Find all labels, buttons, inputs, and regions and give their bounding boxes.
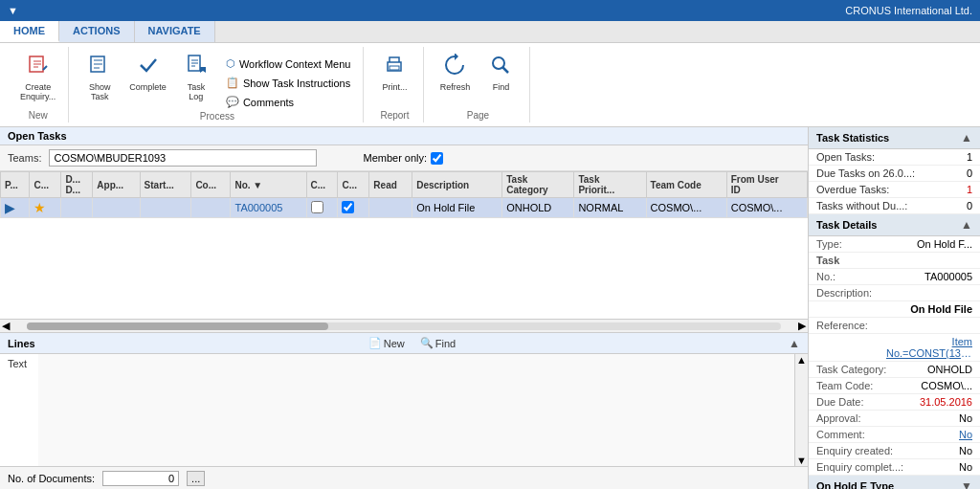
- row-from-user-cell: COSMO\...: [726, 198, 807, 218]
- lines-header: Lines 📄 New 🔍 Find ▲: [0, 333, 808, 354]
- detail-category-value: ONHOLD: [927, 364, 972, 375]
- refresh-button[interactable]: Refresh: [434, 51, 476, 95]
- find-button[interactable]: Find: [479, 51, 522, 95]
- lines-section: Lines 📄 New 🔍 Find ▲ Text: [0, 332, 808, 466]
- lines-title: Lines: [8, 338, 35, 349]
- h-scroll-right-arrow[interactable]: ▶: [796, 320, 808, 332]
- col-c1[interactable]: C...: [306, 172, 338, 198]
- tab-actions[interactable]: ACTIONS: [59, 21, 135, 42]
- row-no-link[interactable]: TA000005: [234, 202, 282, 213]
- detail-due-date-label: Due Date:: [816, 396, 864, 408]
- detail-enquiry-created-label: Enquiry created:: [816, 445, 893, 456]
- col-app[interactable]: App...: [93, 172, 140, 198]
- instructions-icon: 📋: [226, 77, 239, 89]
- col-from-user[interactable]: From UserID: [726, 172, 807, 198]
- detail-no-row: No.: TA000005: [809, 269, 980, 285]
- table-row[interactable]: ▶ ★ TA000005 On Hold File ONHOLD NORMAL: [1, 198, 808, 218]
- member-only-checkbox[interactable]: [431, 152, 443, 165]
- col-p[interactable]: P...: [1, 172, 30, 198]
- col-team-code[interactable]: Team Code: [646, 172, 726, 198]
- row-c2-checkbox[interactable]: [342, 201, 354, 213]
- tab-navigate[interactable]: NAVIGATE: [135, 21, 215, 42]
- col-c2[interactable]: C...: [338, 172, 369, 198]
- col-priority[interactable]: TaskPriorit...: [574, 172, 646, 198]
- create-enquiry-button[interactable]: CreateEnquiry...: [15, 51, 60, 104]
- detail-description-value-text: On Hold File: [910, 303, 972, 315]
- member-only-label: Member only:: [363, 152, 427, 164]
- row-star-cell: ★: [30, 198, 61, 218]
- lines-toolbar: 📄 New 🔍 Find: [365, 335, 459, 351]
- left-content: Open Tasks Teams: Member only: P... C...…: [0, 127, 808, 489]
- row-start-cell: [140, 198, 191, 218]
- h-scroll-left-arrow[interactable]: ◀: [0, 320, 11, 332]
- col-description[interactable]: Description: [412, 172, 502, 198]
- detail-comment-label: Comment:: [816, 429, 865, 440]
- ribbon-group-process: ShowTask Complete TaskLog ⬡ Workflow Con…: [71, 47, 364, 122]
- refresh-label: Refresh: [440, 82, 471, 92]
- h-scroll-thumb[interactable]: [27, 322, 328, 330]
- comments-icon: 💬: [226, 96, 239, 108]
- task-statistics-title: Task Statistics: [816, 132, 889, 144]
- task-details-header[interactable]: Task Details ▲: [809, 214, 980, 236]
- detail-approval-label: Approval:: [816, 412, 860, 424]
- col-no[interactable]: No. ▼: [231, 172, 306, 198]
- workflow-label: Workflow Context Menu: [239, 58, 351, 70]
- lines-scroll-up[interactable]: ▲: [795, 354, 808, 366]
- detail-description-label: Description:: [816, 287, 872, 299]
- row-c1-checkbox[interactable]: [311, 201, 323, 213]
- ribbon-group-report-label: Report: [380, 110, 409, 122]
- overdue-tasks-stat-value: 1: [967, 184, 972, 195]
- teams-input[interactable]: [49, 149, 317, 167]
- lines-text-area[interactable]: [38, 354, 794, 466]
- comments-label: Comments: [243, 97, 294, 108]
- tab-home[interactable]: HOME: [0, 21, 59, 42]
- col-co[interactable]: Co...: [191, 172, 231, 198]
- detail-description-row: Description:: [809, 285, 980, 301]
- col-d[interactable]: D...D...: [61, 172, 93, 198]
- row-app-cell: [93, 198, 140, 218]
- ribbon-group-page-label: Page: [467, 110, 489, 122]
- col-read[interactable]: Read: [369, 172, 412, 198]
- detail-enquiry-complet-value: No: [959, 461, 972, 473]
- detail-reference-link[interactable]: Item No.=CONST(1310): [886, 336, 972, 359]
- lines-v-scrollbar[interactable]: ▲ ▼: [794, 354, 808, 466]
- col-start[interactable]: Start...: [140, 172, 191, 198]
- open-tasks-stat-value: 1: [967, 151, 972, 163]
- row-c1-cell: [306, 198, 338, 218]
- no-of-docs-label: No. of Documents:: [8, 473, 95, 484]
- task-table: P... C... D...D... App... Start... Co...…: [0, 171, 808, 218]
- col-task-category[interactable]: TaskCategory: [502, 172, 574, 198]
- print-button[interactable]: Print...: [373, 51, 415, 95]
- tasks-without-due-stat-value: 0: [967, 200, 972, 211]
- tasks-without-due-stat-row: Tasks without Du...: 0: [809, 198, 980, 214]
- lines-find-button[interactable]: 🔍 Find: [416, 335, 459, 351]
- instructions-label: Show Task Instructions: [243, 78, 350, 89]
- show-task-button[interactable]: ShowTask: [78, 51, 121, 104]
- filter-row: Teams: Member only:: [0, 145, 808, 171]
- detail-type-label: Type:: [816, 238, 842, 250]
- horizontal-scrollbar[interactable]: ◀ ▶: [0, 319, 808, 332]
- detail-reference-link-row: Item No.=CONST(1310): [809, 334, 980, 362]
- comments-button[interactable]: 💬 Comments: [221, 93, 356, 111]
- workflow-context-button[interactable]: ⬡ Workflow Context Menu: [221, 55, 356, 73]
- task-log-button[interactable]: TaskLog: [175, 51, 217, 104]
- lines-scroll-down[interactable]: ▼: [795, 455, 808, 466]
- svg-line-6: [503, 68, 509, 74]
- complete-button[interactable]: Complete: [124, 51, 171, 95]
- lines-new-button[interactable]: 📄 New: [365, 335, 409, 351]
- show-task-instructions-button[interactable]: 📋 Show Task Instructions: [221, 74, 356, 92]
- lines-content: Text: [0, 354, 794, 466]
- complete-label: Complete: [129, 82, 167, 92]
- main-area: Open Tasks Teams: Member only: P... C...…: [0, 127, 980, 489]
- h-scroll-track[interactable]: [27, 322, 781, 330]
- row-category-cell: ONHOLD: [502, 198, 574, 218]
- lines-collapse-icon[interactable]: ▲: [789, 337, 800, 350]
- detail-team-code-label: Team Code:: [816, 380, 873, 391]
- on-hold-header[interactable]: On Hold E Type ▼: [809, 476, 980, 489]
- no-of-docs-ellipsis-button[interactable]: ...: [187, 471, 205, 486]
- detail-description-value-row: On Hold File: [809, 301, 980, 318]
- no-of-docs-input[interactable]: [102, 471, 179, 486]
- open-tasks-stat-label: Open Tasks:: [816, 151, 875, 163]
- task-statistics-header[interactable]: Task Statistics ▲: [809, 127, 980, 149]
- col-c[interactable]: C...: [30, 172, 61, 198]
